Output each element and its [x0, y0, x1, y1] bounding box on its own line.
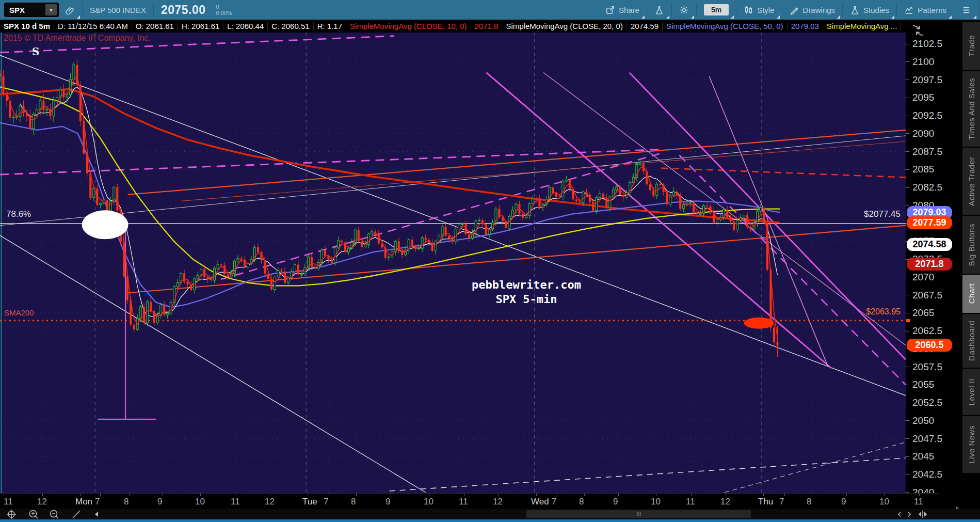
style-button[interactable]: Style	[737, 0, 780, 20]
tab-label: Dashboard	[967, 321, 976, 361]
time-tick-label: 9	[157, 497, 162, 507]
sidebar-tab-live-news[interactable]: Live News	[962, 416, 980, 474]
share-button[interactable]: Share	[599, 0, 646, 20]
scrollbar-grip[interactable]	[637, 512, 640, 516]
collapse-left-icon[interactable]	[92, 509, 102, 519]
time-tick-label: 10	[424, 497, 433, 507]
status-item: R: 1.17	[314, 22, 346, 30]
menu-button[interactable]	[955, 0, 977, 20]
status-item: SimpleMovingAvg ...	[823, 22, 901, 30]
pattern-icon	[904, 5, 914, 15]
drawings-button[interactable]: Drawings	[783, 0, 842, 20]
symbol-dropdown[interactable]: SPX ▼	[4, 3, 59, 17]
price-tick-label: 2087.5	[912, 146, 942, 157]
flask-button[interactable]	[648, 0, 670, 20]
price-tick-label: 2102.5	[912, 38, 942, 50]
price-axis[interactable]: 2102.521002097.520952092.520902087.52085…	[906, 20, 955, 509]
scroll-left-arrow[interactable]	[894, 509, 905, 519]
price-tick-label: 2050	[912, 415, 934, 426]
tab-label: Big Buttons	[967, 224, 976, 266]
sidebar-tab-big-buttons[interactable]: Big Buttons	[962, 216, 980, 275]
time-tick-label: 10	[879, 497, 889, 507]
sidebar-tab-dashboard[interactable]: Dashboard	[962, 314, 980, 369]
chevron-down-icon[interactable]: ▼	[45, 4, 57, 15]
time-tick-label: 12	[37, 497, 47, 507]
restore-panel-button[interactable]	[908, 22, 928, 40]
price-tick-label: 2057.5	[912, 361, 942, 373]
status-item: 2074.59	[627, 22, 663, 30]
link-symbol-button[interactable]	[59, 0, 81, 20]
watermark-line1: pebblewriter.com	[0, 278, 980, 291]
sidebar-tab-times-and-sales[interactable]: Times And Sales	[962, 71, 980, 148]
scroll-right-arrow[interactable]	[904, 509, 914, 519]
studies-button[interactable]: Studies	[844, 0, 895, 20]
change-value: 0	[216, 4, 232, 10]
time-tick-label: 10	[651, 497, 661, 507]
status-item: SimpleMovingAvg (CLOSE, 10, 0)	[346, 22, 471, 30]
status-item: C: 2060.51	[268, 22, 313, 30]
time-tick-label: 7	[324, 497, 328, 507]
price-tick-label: 2067.5	[912, 290, 942, 301]
copyright-text: 2015 © TD Ameritrade IP Company, Inc.	[4, 34, 151, 43]
button-label: Studies	[863, 6, 889, 14]
timeframe-button[interactable]: 5m	[698, 0, 735, 20]
time-tick-label: 7	[95, 497, 100, 507]
time-tick-label: Thu	[758, 497, 773, 507]
status-item: 2071.8	[471, 22, 503, 30]
watermark-line2: SPX 5-min	[0, 293, 980, 306]
sidebar-tab-level-ii[interactable]: Level II	[962, 369, 980, 416]
sidebar-tab-active-trader[interactable]: Active Trader	[962, 148, 980, 216]
price-tick-label: 2062.5	[912, 325, 942, 337]
time-tick-label: 9	[613, 497, 618, 507]
time-tick-label: 9	[385, 497, 390, 507]
button-label: Share	[619, 6, 639, 14]
split-view-icon[interactable]	[918, 509, 928, 519]
swap-arrows-icon	[908, 22, 928, 40]
time-tick-label: Wed	[531, 497, 549, 507]
price-plot[interactable]	[0, 33, 906, 493]
tab-label: Chart	[967, 283, 976, 304]
time-tick-label: 8	[351, 497, 356, 507]
time-tick-label: 10	[195, 497, 205, 507]
line-tool-button[interactable]	[71, 509, 82, 519]
tab-label: Trade	[967, 35, 976, 56]
time-tick-label: 8	[124, 497, 128, 507]
settings-button[interactable]	[673, 0, 695, 20]
timeframe-label: 5m	[704, 4, 729, 15]
bottom-toolbar	[0, 509, 980, 519]
price-tick-label: 2100	[912, 56, 934, 68]
price-tick-label: 2082.5	[912, 182, 942, 193]
crosshair-tool-button[interactable]	[6, 509, 17, 519]
price-tick-label: 2092.5	[912, 110, 942, 121]
tab-label: Active Trader	[967, 157, 976, 206]
price-tick-label: 2095	[912, 92, 934, 103]
sidebar-tab-chart[interactable]: Chart	[962, 275, 980, 314]
fib-level-label: 78.6%	[6, 209, 31, 219]
patterns-button[interactable]: Patterns	[898, 0, 953, 20]
window-bottom-strip	[0, 519, 980, 522]
price-bubble: 2074.58	[907, 238, 952, 251]
time-axis[interactable]: 1112Mon789101112Tue789101112Wed789101112…	[0, 493, 939, 509]
share-icon	[605, 5, 615, 15]
zoom-in-button[interactable]	[28, 509, 39, 519]
price-tick-label: 2045	[912, 451, 934, 462]
button-label: Patterns	[918, 6, 946, 14]
chart-area[interactable]: 2015 © TD Ameritrade IP Company, Inc. S …	[0, 33, 906, 493]
price-tick-label: 2070	[912, 272, 934, 283]
time-tick-label: 8	[807, 497, 811, 507]
symbol-text: SPX	[5, 6, 45, 14]
button-label: Style	[757, 6, 774, 14]
gear-icon	[679, 5, 689, 15]
status-item: SimpleMovingAvg (CLOSE, 50, 0)	[663, 22, 788, 30]
flask-icon	[654, 5, 664, 15]
chart-scrollbar[interactable]	[526, 510, 751, 518]
price-change: 0 0.00%	[212, 4, 236, 16]
status-item: SPX 10 d 5m	[0, 22, 54, 30]
tab-label: Times And Sales	[967, 78, 976, 140]
zoom-out-button[interactable]	[49, 509, 59, 519]
sidebar-tab-trade[interactable]: Trade	[962, 22, 980, 71]
price-tick-label: 2052.5	[912, 397, 942, 408]
button-label: Drawings	[803, 6, 836, 14]
time-tick-label: 11	[231, 497, 240, 507]
top-toolbar: SPX ▼ S&P 500 INDEX 2075.00 0 0.00% Shar…	[0, 0, 980, 20]
